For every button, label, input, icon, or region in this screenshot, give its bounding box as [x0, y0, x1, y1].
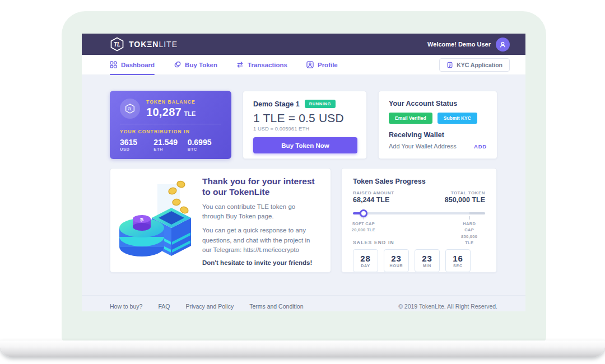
kyc-document-icon — [446, 62, 453, 68]
coins-icon — [174, 61, 181, 68]
svg-text:₿: ₿ — [140, 217, 144, 222]
token-balance-card: TL TOKEN BALANCE 10,287 TLE YOUR CONTRIB… — [110, 91, 231, 159]
thanks-paragraph-2: You can get a quick response to any ques… — [202, 226, 318, 255]
dashboard-grid-icon — [110, 61, 117, 68]
svg-text:TL: TL — [128, 107, 132, 111]
progress-title: Token Sales Progress — [353, 178, 485, 185]
countdown-days: 28 DAY — [353, 249, 378, 272]
thanks-invite-line: Don't hesitate to invite your friends! — [202, 259, 318, 266]
footer-link-how-to-buy[interactable]: How to buy? — [110, 303, 142, 310]
kyc-button-label: KYC Application — [457, 62, 502, 68]
main-nav: Dashboard Buy Token Transactions — [82, 55, 525, 75]
submit-kyc-badge[interactable]: Submit KYC — [438, 113, 477, 124]
brand-logo: TL TOKΞNLITE — [110, 37, 178, 52]
stage-title: Demo Stage 1 — [253, 100, 300, 108]
thanks-title: Thank you for your interest to our Token… — [202, 176, 318, 198]
sale-stage-card: Demo Stage 1 RUNNING 1 TLE = 0.5 USD 1 U… — [243, 91, 367, 159]
tokenlite-app-window: TL TOKΞNLITE Welcome! Demo User — [82, 34, 525, 311]
exchange-rate: 1 TLE = 0.5 USD — [253, 111, 356, 125]
slider-track[interactable] — [353, 212, 485, 214]
nav-tab-dashboard[interactable]: Dashboard — [110, 55, 155, 75]
divider — [120, 124, 221, 124]
sales-progress-slider[interactable] — [353, 209, 485, 217]
transfer-arrows-icon — [236, 61, 244, 68]
secondary-rate: 1 USD = 0.005961 ETH — [253, 125, 356, 132]
brand-wordmark: TOKΞNLITE — [129, 40, 178, 49]
slider-thumb[interactable] — [360, 209, 367, 217]
add-wallet-link[interactable]: ADD — [474, 143, 487, 150]
contribution-eth: 21.549 ETH — [153, 138, 187, 152]
dashboard-content: TL TOKEN BALANCE 10,287 TLE YOUR CONTRIB… — [82, 75, 525, 273]
nav-tab-transactions[interactable]: Transactions — [236, 55, 287, 75]
wallet-address-hint: Add Your Wallet Address — [389, 143, 457, 150]
buy-token-now-button[interactable]: Buy Token Now — [253, 137, 357, 153]
countdown-seconds: 16 SEC — [445, 249, 471, 272]
coins-illustration: ₿ — [118, 179, 198, 264]
token-balance-value: 10,287 TLE — [146, 106, 196, 119]
token-sales-progress-card: Token Sales Progress RAISED AMOUNT 68,24… — [341, 168, 497, 273]
nav-label: Dashboard — [121, 62, 155, 68]
user-icon — [499, 41, 506, 48]
nav-tab-profile[interactable]: Profile — [306, 55, 338, 75]
thanks-paragraph-1: You can contribute TLE token go through … — [202, 202, 318, 222]
countdown-minutes: 23 MIN — [415, 249, 440, 272]
contribution-usd: 3615 USD — [120, 138, 153, 152]
slider-track-end — [469, 212, 485, 214]
countdown-hours: 23 HOUR — [384, 249, 409, 272]
avatar[interactable] — [496, 38, 510, 52]
app-header: TL TOKΞNLITE Welcome! Demo User — [82, 34, 525, 55]
contribution-label: YOUR CONTRIBUTION IN — [120, 129, 221, 134]
welcome-message-card: ₿ Thank you for your interest to our Tok… — [110, 168, 331, 273]
hard-cap-label: HARD CAP 850,000 TLE — [461, 221, 477, 246]
nav-tab-buy-token[interactable]: Buy Token — [174, 55, 217, 75]
tokenlite-hexagon-logo-icon: TL — [110, 37, 124, 52]
countdown-timer: 28 DAY 23 HOUR 23 MIN 16 — [353, 249, 485, 272]
raised-amount-stat: RAISED AMOUNT 68,244 TLE — [353, 190, 394, 204]
hard-cap-tick — [469, 216, 470, 220]
total-token-stat: TOTAL TOKEN 850,000 TLE — [445, 190, 485, 204]
contribution-btc: 0.6995 BTC — [188, 138, 221, 152]
account-status-card: Your Account Status Email Verified Submi… — [378, 91, 497, 159]
footer-link-terms[interactable]: Terms and Condition — [249, 303, 303, 310]
laptop-base — [0, 340, 605, 357]
soft-cap-label: SOFT CAP 20,000 TLE — [352, 221, 375, 234]
user-menu[interactable]: Welcome! Demo User — [427, 38, 510, 52]
nav-label: Profile — [318, 62, 338, 68]
footer-link-faq[interactable]: FAQ — [158, 303, 170, 310]
email-verified-badge[interactable]: Email Verified — [389, 113, 432, 124]
svg-text:TL: TL — [114, 41, 120, 48]
token-balance-label: TOKEN BALANCE — [146, 99, 196, 105]
app-footer: How to buy? FAQ Privacy and Policy Terms… — [82, 295, 525, 310]
kyc-application-button[interactable]: KYC Application — [439, 58, 510, 72]
welcome-text: Welcome! Demo User — [427, 41, 491, 48]
token-logo-icon: TL — [120, 99, 140, 119]
running-status-badge: RUNNING — [305, 100, 336, 108]
profile-icon — [306, 61, 314, 68]
copyright-text: © 2019 TokenLite. All Right Reserved. — [398, 303, 497, 310]
laptop-mockup: TL TOKΞNLITE Welcome! Demo User — [0, 0, 605, 364]
account-status-title: Your Account Status — [389, 100, 487, 108]
nav-label: Transactions — [248, 62, 287, 68]
nav-label: Buy Token — [185, 62, 217, 68]
receiving-wallet-title: Receiving Wallet — [389, 131, 487, 139]
footer-link-privacy[interactable]: Privacy and Policy — [185, 303, 234, 310]
